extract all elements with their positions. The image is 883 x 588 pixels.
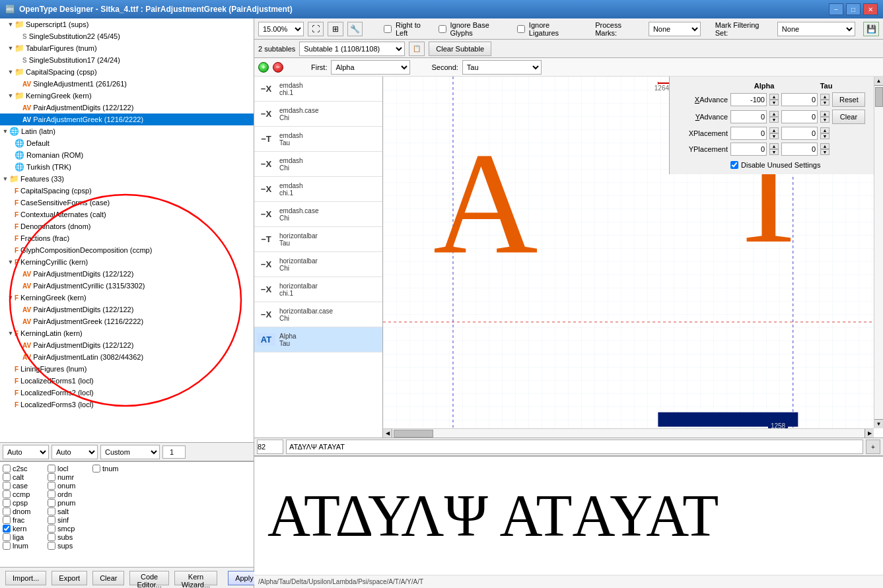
grid-icon-button[interactable]: ⊞ <box>328 22 343 36</box>
tree-item-superscript1[interactable]: ▼ 📁 Superscript1 (sups) <box>0 18 254 30</box>
preview-text-input[interactable] <box>286 440 863 454</box>
tree-item-latin[interactable]: ▼ 🌐 Latin (latn) <box>0 125 254 137</box>
expand-icon[interactable]: ▼ <box>7 69 15 75</box>
remove-pair-button[interactable]: − <box>273 62 283 73</box>
tree-item-singleadjustment1[interactable]: AV SingleAdjustment1 (261/261) <box>0 78 254 90</box>
tree-item-pairadjdigits3[interactable]: AV PairAdjustmentDigits (122/122) <box>0 304 254 315</box>
tree-item-denominators[interactable]: F Denominators (dnom) <box>0 220 254 232</box>
yadvance-alpha-input[interactable] <box>730 110 767 123</box>
xadvance-tau-up[interactable]: ▲ <box>820 94 830 100</box>
expand-icon[interactable]: ▼ <box>7 294 15 301</box>
feature-frac-checkbox[interactable] <box>3 516 11 524</box>
tree-item-singlesubstitution22[interactable]: S SingleSubstitution22 (45/45) <box>0 30 254 42</box>
yplacement-tau-spinner[interactable]: ▲ ▼ <box>820 143 830 155</box>
close-button[interactable]: ✕ <box>863 3 878 15</box>
ignore-base-checkbox[interactable] <box>439 25 446 33</box>
feature-dnom-checkbox[interactable] <box>3 507 11 515</box>
yplacement-alpha-input[interactable] <box>730 143 767 156</box>
tree-item-glyphcomposition[interactable]: F GlyphCompositionDecomposition (ccmp) <box>0 244 254 256</box>
xplacement-alpha-down[interactable]: ▼ <box>769 133 779 139</box>
feature-numr-checkbox[interactable] <box>48 473 55 481</box>
xadvance-tau-spinner[interactable]: ▲ ▼ <box>820 94 830 106</box>
feature-salt-checkbox[interactable] <box>48 507 55 515</box>
kern-wizard-button[interactable]: Kern Wizard... <box>174 571 217 585</box>
disable-unused-checkbox[interactable] <box>730 161 738 169</box>
yadvance-alpha-up[interactable]: ▲ <box>769 111 779 117</box>
yplacement-alpha-down[interactable]: ▼ <box>769 149 779 155</box>
yplacement-tau-input[interactable] <box>781 143 818 156</box>
preview-add-button[interactable]: + <box>866 440 880 454</box>
feature-liga-checkbox[interactable] <box>3 533 11 541</box>
pair-item[interactable]: −X emdash.caseChi <box>254 102 382 127</box>
xplacement-tau-input[interactable] <box>781 127 818 140</box>
pair-item[interactable]: −X emdash.caseChi <box>254 202 382 227</box>
clear-subtable-button[interactable]: Clear Subtable <box>429 42 491 56</box>
pair-item[interactable]: −X horizontalbar.caseChi <box>254 302 382 327</box>
second-glyph-select[interactable]: Tau <box>462 60 542 75</box>
tree-item-localizedforms2[interactable]: F LocalizedForms2 (locl) <box>0 387 254 399</box>
dropdown-auto2[interactable]: Auto <box>52 445 98 459</box>
tree-item-kerninglatin[interactable]: ▼ F KerningLatin (kern) <box>0 327 254 339</box>
yplacement-tau-up[interactable]: ▲ <box>820 143 830 149</box>
mark-filter-select[interactable]: None <box>777 22 855 36</box>
feature-onum-checkbox[interactable] <box>48 482 55 490</box>
subtable-select[interactable]: Subtable 1 (1108/1108) <box>299 42 405 56</box>
feature-locl-checkbox[interactable] <box>48 465 55 473</box>
add-pair-button[interactable]: + <box>258 62 269 73</box>
tree-item-localizedforms3[interactable]: F LocalizedForms3 (locl) <box>0 399 254 410</box>
yplacement-alpha-up[interactable]: ▲ <box>769 143 779 149</box>
tree-item-pairadjlatin[interactable]: AV PairAdjustmentLatin (3082/44362) <box>0 351 254 363</box>
pair-item[interactable]: −X horizontalbarChi <box>254 252 382 277</box>
feature-sups-checkbox[interactable] <box>48 542 55 550</box>
tree-item-turkish[interactable]: 🌐 Turkish (TRK) <box>0 161 254 173</box>
xplacement-tau-spinner[interactable]: ▲ ▼ <box>820 127 830 139</box>
spin-input[interactable] <box>162 445 186 459</box>
pair-item-selected[interactable]: AT AlphaTau <box>254 327 382 352</box>
tree-item-kerninggreek2[interactable]: ▼ F KerningGreek (kern) <box>0 292 254 304</box>
xplacement-tau-up[interactable]: ▲ <box>820 127 830 133</box>
pair-item[interactable]: −X horizontalbarchi.1 <box>254 277 382 302</box>
hscroll-thumb[interactable] <box>394 430 433 438</box>
tree-item-pairadjcyrillic[interactable]: AV PairAdjustmentCyrillic (1315/3302) <box>0 280 254 292</box>
expand-icon[interactable]: ▼ <box>7 259 15 265</box>
import-button[interactable]: Import... <box>5 571 46 585</box>
tree-item-romanian[interactable]: 🌐 Romanian (ROM) <box>0 149 254 161</box>
horizontal-scrollbar[interactable]: ◀ ▶ <box>383 428 874 438</box>
pair-item[interactable]: −T emdashTau <box>254 127 382 152</box>
tree-item-tabularfigures[interactable]: ▼ 📁 TabularFigures (tnum) <box>0 42 254 54</box>
tree-item-kerningcyrillic[interactable]: ▼ F KerningCyrillic (kern) <box>0 256 254 268</box>
expand-icon[interactable]: ▼ <box>7 45 15 51</box>
xplacement-alpha-spinner[interactable]: ▲ ▼ <box>769 127 779 139</box>
tree-item-pairadjdigits2[interactable]: AV PairAdjustmentDigits (122/122) <box>0 268 254 280</box>
tree-item-pairadjdigits1[interactable]: AV PairAdjustmentDigits (122/122) <box>0 102 254 114</box>
save-icon-button[interactable]: 💾 <box>863 22 879 36</box>
xadvance-alpha-input[interactable] <box>730 93 767 106</box>
fit-icon-button[interactable]: ⛶ <box>308 22 324 36</box>
code-editor-button[interactable]: Code Editor... <box>129 571 168 585</box>
yadvance-alpha-spinner[interactable]: ▲ ▼ <box>769 111 779 123</box>
maximize-button[interactable]: □ <box>846 3 861 15</box>
feature-case-checkbox[interactable] <box>3 482 11 490</box>
scroll-down-btn[interactable]: ▼ <box>874 419 883 428</box>
scroll-thumb[interactable] <box>875 87 883 107</box>
tree-item-singlesubstitution17[interactable]: S SingleSubstitution17 (24/24) <box>0 54 254 66</box>
expand-icon[interactable]: ▼ <box>7 92 15 99</box>
yplacement-alpha-spinner[interactable]: ▲ ▼ <box>769 143 779 155</box>
vertical-scrollbar[interactable]: ▲ ▼ <box>874 77 883 428</box>
scroll-left-btn[interactable]: ◀ <box>383 429 392 438</box>
scroll-right-btn[interactable]: ▶ <box>865 429 874 438</box>
feature-cpsp-checkbox[interactable] <box>3 499 11 507</box>
copy-subtable-button[interactable]: 📋 <box>409 42 425 56</box>
feature-calt-checkbox[interactable] <box>3 473 11 481</box>
xplacement-alpha-input[interactable] <box>730 127 767 140</box>
expand-icon[interactable]: ▼ <box>1 176 9 182</box>
export-button[interactable]: Export <box>52 571 87 585</box>
yadvance-tau-down[interactable]: ▼ <box>820 117 830 123</box>
feature-sinf-checkbox[interactable] <box>48 516 55 524</box>
tree-item-pairadjgreek-selected[interactable]: AV PairAdjustmentGreek (1216/2222) <box>0 114 254 125</box>
xadvance-alpha-down[interactable]: ▼ <box>769 100 779 106</box>
settings-icon-button[interactable]: 🔧 <box>347 22 363 36</box>
yadvance-alpha-down[interactable]: ▼ <box>769 117 779 123</box>
tree-item-pairadjdigits4[interactable]: AV PairAdjustmentDigits (122/122) <box>0 339 254 351</box>
expand-icon[interactable]: ▼ <box>7 330 15 337</box>
